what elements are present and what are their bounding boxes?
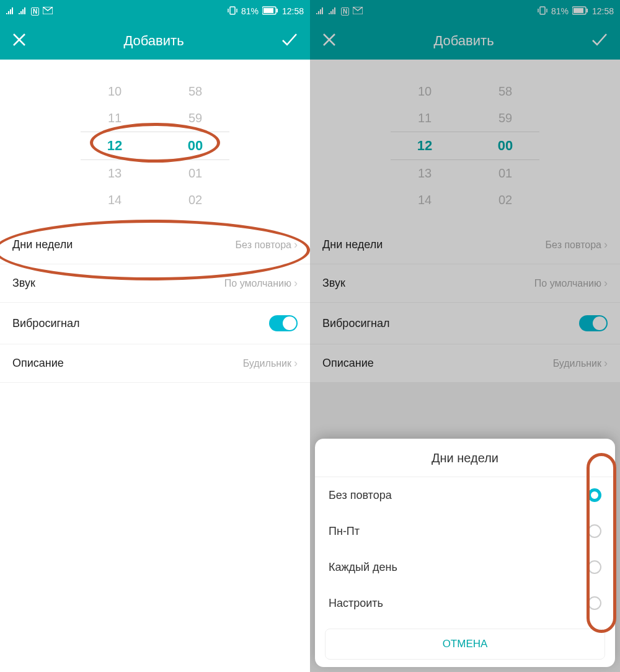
setting-value: Без повтора — [236, 240, 291, 251]
radio-icon[interactable] — [588, 524, 601, 538]
close-icon[interactable] — [12, 32, 26, 51]
settings-list: Дни недели Без повтора› Звук По умолчани… — [0, 226, 310, 383]
battery-pct: 81% — [241, 6, 259, 16]
status-bar: N 81% 12:58 — [0, 0, 310, 22]
battery-pct: 81% — [551, 6, 569, 16]
nfc-icon: N — [31, 7, 39, 16]
svg-rect-1 — [230, 7, 235, 14]
setting-label: Описание — [12, 357, 64, 370]
picker-minute[interactable]: 58 — [183, 84, 208, 99]
setting-label: Дни недели — [12, 238, 73, 251]
picker-hour[interactable]: 10 — [102, 84, 127, 99]
setting-value: Будильник — [243, 358, 291, 369]
vibrate-icon — [538, 6, 547, 17]
svg-rect-6 — [540, 7, 545, 14]
time-picker[interactable]: 1058 1159 1200 1301 1402 — [0, 60, 310, 226]
svg-rect-7 — [572, 7, 586, 14]
vibrate-toggle[interactable] — [269, 315, 298, 331]
option-label: Пн-Пт — [329, 525, 360, 538]
sheet-option-weekdays[interactable]: Пн-Пт — [315, 513, 615, 549]
mail-icon — [353, 6, 363, 16]
svg-rect-4 — [277, 9, 278, 12]
setting-value: По умолчанию — [224, 278, 291, 289]
picker-minute[interactable]: 01 — [183, 166, 208, 181]
radio-icon[interactable] — [588, 488, 601, 502]
option-label: Настроить — [329, 597, 383, 610]
signal-icon — [6, 6, 15, 16]
close-icon[interactable] — [322, 32, 336, 51]
chevron-right-icon: › — [294, 357, 298, 370]
cancel-button[interactable]: ОТМЕНА — [325, 629, 605, 660]
page-title: Добавить — [433, 33, 494, 49]
setting-sound[interactable]: Звук По умолчанию› — [0, 264, 310, 303]
picker-hour[interactable]: 11 — [102, 111, 127, 125]
svg-rect-8 — [574, 8, 583, 13]
vibrate-toggle — [579, 315, 608, 331]
battery-icon — [262, 6, 278, 17]
settings-list: Дни недели Без повтора› Звук По умолчани… — [310, 226, 620, 383]
screen-right: N 81% 12:58 Добавить 1058 1159 1200 1301… — [310, 0, 620, 672]
setting-label: Вибросигнал — [12, 317, 79, 330]
svg-rect-3 — [264, 8, 273, 13]
picker-minute[interactable]: 02 — [183, 193, 208, 207]
signal-icon — [316, 6, 325, 16]
time-picker: 1058 1159 1200 1301 1402 — [310, 60, 620, 226]
header: Добавить — [310, 22, 620, 60]
setting-description: Описание Будильник› — [310, 344, 620, 383]
setting-description[interactable]: Описание Будильник› — [0, 344, 310, 383]
sheet-option-no-repeat[interactable]: Без повтора — [315, 477, 615, 513]
picker-hour[interactable]: 14 — [102, 193, 127, 207]
setting-label: Звук — [12, 277, 35, 290]
sheet-option-custom[interactable]: Настроить — [315, 585, 615, 621]
option-label: Каждый день — [329, 561, 397, 574]
picker-hour-selected[interactable]: 12 — [102, 138, 127, 154]
picker-hour[interactable]: 13 — [102, 166, 127, 181]
status-time: 12:58 — [282, 6, 304, 16]
chevron-right-icon: › — [294, 277, 298, 290]
battery-icon — [572, 6, 588, 17]
setting-days: Дни недели Без повтора› — [310, 226, 620, 264]
picker-minute-selected[interactable]: 00 — [183, 138, 208, 154]
option-label: Без повтора — [329, 489, 392, 502]
screen-left: N 81% 12:58 Добавить — [0, 0, 310, 672]
svg-rect-5 — [353, 7, 363, 14]
mail-icon — [43, 6, 53, 16]
setting-sound: Звук По умолчанию› — [310, 264, 620, 303]
nfc-icon: N — [341, 7, 349, 16]
sheet-option-everyday[interactable]: Каждый день — [315, 549, 615, 585]
page-title: Добавить — [123, 33, 184, 49]
radio-icon[interactable] — [588, 560, 601, 574]
setting-vibrate: Вибросигнал — [310, 303, 620, 344]
sheet-title: Дни недели — [315, 451, 615, 477]
confirm-icon[interactable] — [591, 32, 608, 51]
radio-icon[interactable] — [588, 596, 601, 610]
setting-vibrate[interactable]: Вибросигнал — [0, 303, 310, 344]
header: Добавить — [0, 22, 310, 60]
signal-icon-2 — [329, 6, 337, 16]
status-time: 12:58 — [592, 6, 614, 16]
confirm-icon[interactable] — [281, 32, 298, 51]
chevron-right-icon: › — [294, 238, 298, 251]
days-bottom-sheet: Дни недели Без повтора Пн-Пт Каждый день… — [315, 439, 615, 667]
svg-rect-9 — [587, 9, 588, 12]
setting-days[interactable]: Дни недели Без повтора› — [0, 226, 310, 264]
picker-minute[interactable]: 59 — [183, 111, 208, 125]
signal-icon-2 — [19, 6, 27, 16]
status-bar: N 81% 12:58 — [310, 0, 620, 22]
vibrate-icon — [228, 6, 237, 17]
